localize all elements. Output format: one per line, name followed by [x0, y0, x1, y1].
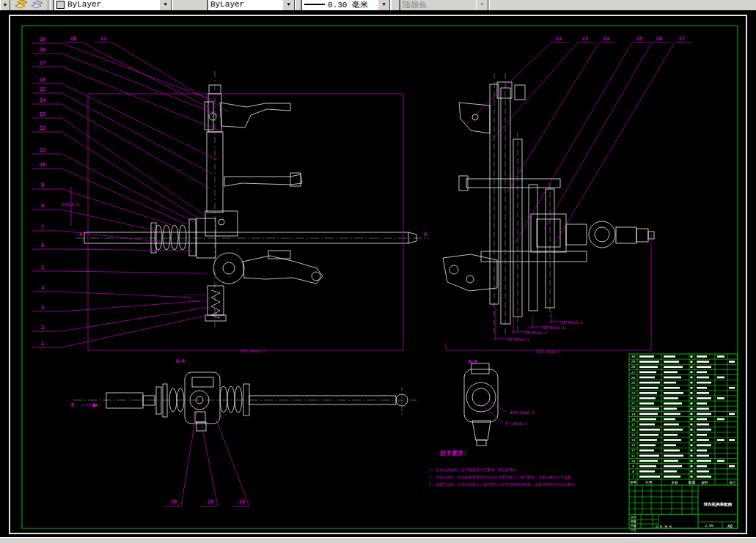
callout-leader [216, 418, 249, 506]
parts-header-cell: 名称 [672, 481, 679, 484]
sign-label: 审核 [631, 524, 636, 528]
callout-leader [32, 249, 192, 251]
parts-row-number: 23 [631, 391, 636, 395]
dimension-text: 12.00±0.1 [525, 330, 547, 335]
callout-number: 26 [656, 36, 662, 42]
make-object-layer-icon[interactable] [14, 0, 29, 10]
callout-leader [32, 271, 207, 273]
callout-number: 2 [41, 325, 44, 330]
dimension-text: 685.00±0.1 [241, 349, 265, 353]
callout-leader [32, 189, 176, 226]
callout-number: 7 [41, 224, 44, 230]
parts-header-cell: 数量 [689, 481, 696, 484]
sheet-count: 共 张 第 张 [655, 525, 672, 528]
parts-header-cell: 序号 [630, 481, 637, 484]
callout-number: 14 [40, 97, 45, 103]
parts-row-number: 28 [631, 365, 636, 369]
callout-number: 12 [40, 125, 45, 131]
callout-number: 27 [679, 36, 685, 42]
callout-leader [200, 425, 218, 506]
parts-row-number: 26 [631, 376, 636, 380]
sheet-size: A0 [727, 523, 733, 528]
front-view-dim-extents [71, 94, 403, 350]
dimension-text: Φ16.00±0.1 [510, 410, 534, 415]
callout-number: 5 [41, 265, 44, 270]
title-block: 3029282726252423222120191817161514131211… [629, 354, 738, 532]
sign-label: 校核 [630, 520, 636, 523]
lineweight-combo[interactable]: 0.30 毫米 ▼ [301, 0, 392, 10]
color-combo-arrow[interactable]: ▼ [159, 0, 172, 10]
callout-number: 11 [40, 147, 45, 153]
parts-row-number: 8 [632, 470, 634, 473]
dimension-text: 12.00±0.1 [507, 337, 529, 341]
callout-leader [32, 53, 221, 116]
parts-row-number: 10 [631, 459, 636, 463]
parts-row-number: 27 [631, 371, 636, 374]
callout-number: 20 [70, 36, 76, 42]
notes-title: 技术要求: [439, 450, 467, 457]
callout-leader [32, 104, 210, 189]
callout-number: 19 [40, 37, 45, 43]
lineweight-combo-arrow[interactable]: ▼ [378, 0, 390, 10]
callout-leader [507, 43, 617, 192]
toolbar: ▼ ByLayer ▼ ByLayer ▼ 0.30 毫米 [0, 0, 756, 10]
dimension-text: 238±0.1 [62, 202, 78, 207]
notes-line: 2. 安装总成时，转向机构各零部件必须在专用试验台上进行检验，试验合格后方可装配… [429, 475, 575, 480]
part-callouts: 1234567891011121314151617181920212223242… [32, 36, 692, 506]
parts-row-number: 20 [631, 407, 636, 410]
callout-number: 9 [41, 182, 44, 188]
callout-leader [32, 210, 163, 232]
parts-row-number: 21 [631, 402, 636, 405]
section-label: A [424, 232, 427, 237]
parts-row-number: 22 [631, 396, 636, 400]
callout-number: 1 [41, 341, 44, 347]
parts-row-number: 12 [631, 448, 636, 452]
sign-label: 设计 [631, 515, 636, 519]
color-swatch [56, 1, 65, 9]
callout-number: 22 [556, 36, 562, 42]
color-combo[interactable]: ByLayer ▼ [53, 0, 173, 10]
callout-number: 17 [40, 60, 45, 66]
lineweight-combo-value: 0.30 毫米 [325, 0, 377, 10]
callout-leader [32, 307, 210, 331]
parts-row-number: 7 [632, 475, 634, 479]
dimension-text: 12.00±0.1 [543, 325, 565, 330]
section-aa-geometry [73, 372, 416, 431]
dimension-text: 623.50±0.1 [536, 350, 560, 354]
callout-number: 3 [41, 305, 44, 311]
plotstyle-combo-arrow: ▼ [476, 0, 488, 10]
callout-number: 4 [41, 285, 44, 291]
dimension-texts: 238±0.1685.00±0.1623.50±0.112.00±0.112.0… [62, 202, 583, 426]
plotstyle-combo-value: 随颜色 [400, 0, 475, 10]
notes-line: 1. 安装总成前时，应严格按照工艺要求，清洗各零件。 [429, 468, 520, 473]
callout-number: 29 [208, 499, 213, 505]
layer-states-icon[interactable] [30, 0, 45, 10]
parts-row-number: 25 [631, 381, 636, 385]
dimension-text: 12.00±0.1 [561, 320, 583, 325]
parts-row-number: 15 [631, 433, 636, 437]
callout-leader [164, 412, 197, 506]
parts-row-number: 16 [631, 428, 636, 432]
parts-row-number: 24 [631, 386, 636, 390]
sheet-border [10, 15, 746, 533]
plotstyle-combo: 随颜色 ▼ [399, 0, 490, 10]
callout-number: 16 [40, 77, 45, 83]
combo-arrow-fragment[interactable]: ▼ [0, 0, 10, 10]
drawing-canvas[interactable]: 1234567891011121314151617181920212223242… [0, 10, 756, 537]
parts-row-number: 13 [631, 443, 636, 447]
callout-number: 8 [41, 203, 44, 209]
callout-number: 28 [239, 499, 245, 505]
callout-leader [32, 84, 217, 160]
lineweight-sample [304, 4, 325, 5]
callout-leader [555, 43, 692, 243]
parts-row-number: 18 [631, 418, 636, 421]
callout-leader [32, 118, 205, 215]
callout-number: 21 [100, 36, 106, 42]
linetype-combo[interactable]: ByLayer ▼ [207, 0, 296, 10]
callout-number: 13 [40, 111, 45, 117]
linetype-combo-value: ByLayer [208, 0, 282, 9]
linetype-combo-arrow[interactable]: ▼ [282, 0, 295, 10]
parts-header-cell: 材料 [701, 481, 709, 485]
drawing-title: 转向机构装配图 [703, 502, 733, 507]
callout-leader [32, 292, 192, 298]
